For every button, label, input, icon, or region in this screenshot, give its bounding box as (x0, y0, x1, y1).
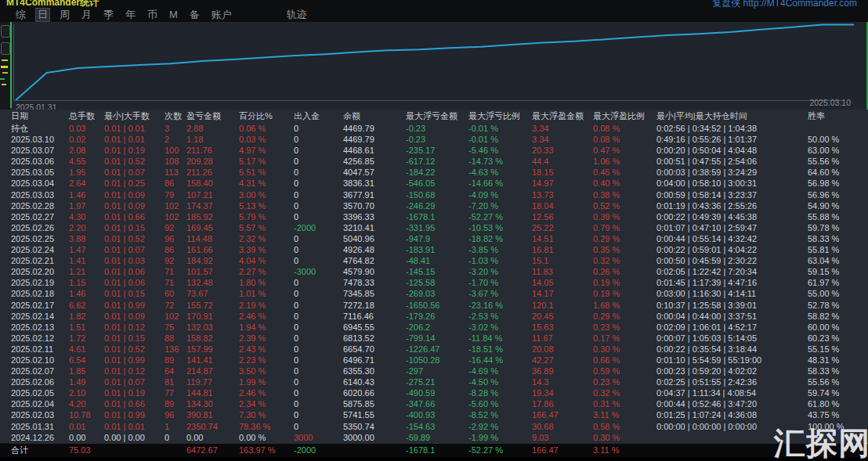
header-最小|平均|最大持仓时间[interactable]: 最小|平均|最大持仓时间 (656, 110, 808, 123)
table-row[interactable]: 2025.03.064.550.01 | 0.52108209.285.17 %… (0, 156, 868, 167)
cell-余额: 6945.55 (343, 322, 406, 333)
cell-最小|平均|最大持仓时间: 0:00:51 | 0:47:55 | 2:54:06 (656, 156, 808, 167)
table-row[interactable]: 2025.02.114.610.01 | 0.52136157.992.43 %… (0, 344, 868, 355)
menu-item-周[interactable]: 周 (57, 8, 72, 22)
menu-item-日[interactable]: 日 (35, 8, 50, 22)
cell-最大浮亏比例: -18.51 % (468, 344, 532, 355)
cell-最大浮亏金额: -546.05 (406, 178, 468, 189)
cell-余额: 3000.00 (343, 432, 406, 443)
cell-最小|大手数: 0.01 | 0.52 (104, 156, 165, 167)
cell-最大浮盈金额: 30.68 (532, 421, 593, 432)
cell-胜率: 52.78 % (808, 300, 855, 311)
table-row[interactable]: 持仓0.030.01 | 0.0132.880.06 %04469.79-0.2… (0, 123, 868, 134)
menu-item-M[interactable]: M (167, 8, 180, 22)
table-row[interactable]: 2025.02.044.200.01 | 0.6689134.302.34 %0… (0, 398, 868, 409)
header-胜率[interactable]: 胜率 (808, 110, 855, 123)
cell-最大浮亏金额: -1678.1 (406, 211, 468, 222)
table-row[interactable]: 2025.02.211.410.01 | 0.0392184.924.04 %0… (0, 255, 868, 266)
table-row[interactable]: 2024.12.260.000.00 | 0.0000.000.00 %3000… (0, 432, 868, 443)
table-row[interactable]: 2025.02.061.490.01 | 0.0781119.771.99 %0… (0, 376, 868, 387)
cell-最大浮盈比例: 0.19 % (593, 277, 656, 288)
cell-最小|平均|最大持仓时间: 0:01:10 | 5:54:59 | 55:19:00 (656, 355, 808, 366)
table-row[interactable]: 2025.02.181.460.01 | 0.156073.671.01 %07… (0, 288, 868, 299)
menu-item-综[interactable]: 综 (13, 8, 28, 22)
cell-最大浮亏金额: -490.59 (406, 387, 468, 398)
cell-盈亏金额: 170.91 (186, 311, 239, 322)
table-row[interactable]: 2025.03.072.080.01 | 0.19100211.764.97 %… (0, 145, 868, 156)
menu-item-trajectory[interactable]: 轨迹 (284, 8, 309, 22)
table-row[interactable]: 2025.02.121.720.01 | 0.1588158.822.39 %0… (0, 333, 868, 344)
cell-总手数: 10.78 (69, 409, 104, 420)
total-row: 合计75.036472.67163.97 %-2000-1678.1-52.27… (0, 444, 868, 457)
cell-余额: 7272.18 (343, 300, 406, 311)
cell-最小|平均|最大持仓时间: 0:00:04 | 0:44:00 | 3:37:51 (656, 311, 808, 322)
header-最小|大手数[interactable]: 最小|大手数 (104, 110, 165, 123)
cell-余额: 4926.48 (343, 244, 406, 255)
header-余额[interactable]: 余额 (343, 110, 406, 123)
table-row[interactable]: 2025.02.052.100.01 | 0.1977144.812.46 %0… (0, 387, 868, 398)
menu-item-币[interactable]: 币 (145, 8, 160, 22)
header-次数[interactable]: 次数 (165, 110, 186, 123)
cell-最小|大手数: 0.01 | 0.19 (104, 387, 165, 398)
cell-最大浮亏比例: -14.73 % (468, 156, 532, 167)
cell-最大浮盈金额: 16.81 (532, 244, 593, 255)
cell-最大浮亏比例: -1.03 % (468, 255, 532, 266)
menu-item-备[interactable]: 备 (187, 8, 202, 22)
menu-item-月[interactable]: 月 (79, 8, 94, 22)
cell-最小|大手数: 0.01 | 0.07 (104, 244, 165, 255)
table-row[interactable]: 2025.02.274.300.01 | 0.66102185.925.79 %… (0, 211, 868, 222)
table-row[interactable]: 2025.02.071.850.01 | 0.1264214.873.50 %0… (0, 366, 868, 376)
cell-最小|大手数 (104, 444, 165, 457)
table-row[interactable]: 2025.02.253.880.01 | 0.5296114.482.32 %0… (0, 233, 868, 244)
table-row[interactable]: 2025.02.241.470.01 | 0.0786161.663.39 %0… (0, 244, 868, 255)
cell-余额: 4469.79 (343, 134, 406, 145)
cell-总手数: 75.03 (69, 444, 104, 457)
header-出入金[interactable]: 出入金 (294, 110, 343, 123)
cell-最大浮盈金额: 14.17 (532, 288, 593, 299)
table-row[interactable]: 2025.02.131.510.01 | 0.1275132.031.94 %0… (0, 322, 868, 333)
cell-最大浮亏金额: -799.14 (406, 333, 468, 344)
cell-胜率: 61.80 % (808, 398, 855, 409)
header-最大浮亏金额[interactable]: 最大浮亏金额 (406, 110, 468, 123)
table-row[interactable]: 2025.02.0310.780.01 | 0.9996390.817.30 %… (0, 409, 868, 420)
table-row[interactable]: 2025.02.176.620.01 | 0.9972155.722.19 %0… (0, 300, 868, 311)
header-总手数[interactable]: 总手数 (69, 110, 104, 123)
table-row[interactable]: 2025.02.201.210.01 | 0.0671101.572.27 %-… (0, 266, 868, 277)
menu-item-账户[interactable]: 账户 (209, 8, 234, 22)
cell-最大浮亏比例: -52.27 % (468, 211, 532, 222)
cell-胜率: 58.33 % (808, 233, 855, 244)
header-最大浮盈比例[interactable]: 最大浮盈比例 (593, 110, 656, 123)
menu-item-年[interactable]: 年 (123, 8, 138, 22)
table-row[interactable]: 2025.02.106.540.01 | 0.9989141.412.23 %0… (0, 355, 868, 366)
cell-最小|大手数: 0.01 | 0.01 (104, 421, 165, 432)
cell-最大浮盈比例: 0.40 % (593, 178, 656, 189)
table-row[interactable]: 2025.03.051.950.01 | 0.07113211.265.51 %… (0, 167, 868, 178)
header-最大浮盈金额[interactable]: 最大浮盈金额 (532, 110, 593, 123)
table-row[interactable]: 2025.03.031.460.01 | 0.0979107.213.00 %0… (0, 189, 868, 200)
table-row[interactable]: 2025.02.262.200.01 | 0.1592169.455.57 %-… (0, 222, 868, 233)
cell-百分比%: 2.23 % (239, 355, 294, 366)
table-row[interactable]: 2025.03.100.020.01 | 0.0121.180.03 %0446… (0, 134, 868, 145)
header-最大浮亏比例[interactable]: 最大浮亏比例 (468, 110, 532, 123)
cell-最大浮亏金额: -154.63 (406, 421, 468, 432)
table-row[interactable]: 2025.03.042.640.01 | 0.2586158.404.31 %0… (0, 178, 868, 189)
menu-item-季[interactable]: 季 (101, 8, 116, 22)
header-盈亏金额[interactable]: 盈亏金额 (186, 110, 239, 123)
table-row[interactable]: 2025.01.310.010.01 | 0.0112350.7478.36 %… (0, 421, 868, 432)
cell-最小|大手数: 0.01 | 0.99 (104, 409, 165, 420)
table-row[interactable]: 2025.02.141.820.01 | 0.09102170.912.46 %… (0, 311, 868, 322)
header-百分比%[interactable]: 百分比% (239, 110, 294, 123)
cell-次数: 102 (165, 311, 186, 322)
header-日期[interactable]: 日期 (11, 110, 69, 123)
table-row[interactable]: 2025.02.191.150.01 | 0.0671132.481.80 %0… (0, 277, 868, 288)
equity-curve-svg (12, 22, 866, 110)
table-row[interactable]: 2025.02.281.970.01 | 0.09102174.375.13 %… (0, 200, 868, 211)
cell-胜率: 61.97 % (808, 277, 855, 288)
candle-fragment-icon (2, 72, 8, 74)
cell-最大浮盈金额: 20.08 (532, 344, 593, 355)
cell-日期: 2025.02.11 (11, 344, 69, 355)
cell-最大浮亏比例: -2.92 % (468, 421, 532, 432)
cell-余额: 3396.33 (343, 211, 406, 222)
cell-最小|大手数: 0.01 | 0.66 (104, 211, 165, 222)
vendor-link[interactable]: 复盘侠 http://MT4Commander.com (712, 0, 857, 10)
